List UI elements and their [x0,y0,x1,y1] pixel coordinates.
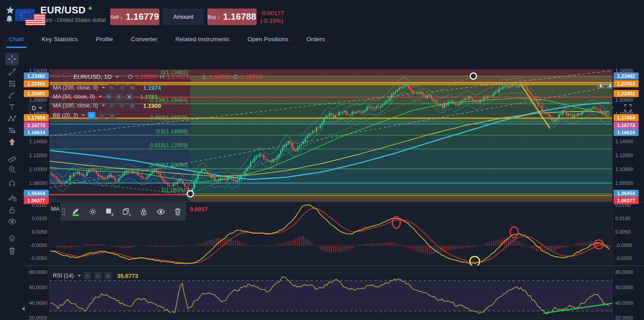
ma-legend-label[interactable]: MA (100, close, 0) [53,102,98,109]
pane-separator[interactable] [25,265,644,266]
gear-icon[interactable] [118,102,126,109]
rsi-legend: RSI (14) 35.6773 [53,272,138,279]
gear-icon[interactable] [115,93,123,100]
drawing-mode-lock-tool[interactable] [4,192,20,203]
axis-tick: 0.0100 [32,216,47,221]
price-badge: 1.22401 [24,90,49,97]
eye-icon[interactable] [88,112,95,119]
axis-tick: 1.12000 [615,153,633,158]
symbol-title: EUR/USD [40,4,86,16]
close-icon[interactable] [129,84,136,91]
legend-symbol[interactable]: EUR/USD, 1D [73,73,112,80]
symbol-subtitle: Euro - United States dollar [40,17,106,23]
market-open-dot [89,7,92,10]
axis-tick: 0.0050 [615,229,631,235]
price-badge: 1.06454 [614,190,639,197]
lock-all-tool[interactable] [4,204,20,216]
brush-tool[interactable] [4,90,20,101]
axis-tick: 0.0050 [32,229,47,235]
close-icon[interactable] [108,112,116,119]
ma-legend-label[interactable]: MA (200, close, 0) [53,85,98,91]
magnet-tool[interactable] [4,178,20,190]
gear-icon[interactable] [118,84,126,91]
high-label: H [160,73,164,80]
price-badge: 1.23482 [24,73,49,80]
zoom-in-tool[interactable] [4,164,20,175]
object-tree-tool[interactable] [4,233,20,244]
eye-icon[interactable] [108,102,116,109]
tab-orders[interactable]: Orders [304,31,327,47]
delete-button[interactable] [169,203,186,221]
fib-retracement-tool[interactable] [4,78,20,90]
rsi-gear-icon[interactable] [94,272,102,279]
settings-button[interactable] [84,203,101,221]
macd-value: 0.0017 [190,206,208,213]
forecast-tool[interactable] [4,124,20,136]
macd-legend-label[interactable]: MA [51,206,60,212]
amount-button[interactable]: Amount [163,9,204,25]
axis-tick: -0.0000 [615,243,632,248]
xabcd-pattern-tool[interactable] [4,113,20,124]
tab-profile[interactable]: Profile [93,31,116,47]
ma-legend-row: MA (100, close, 0)1.1900 [53,102,161,109]
chart-toolbar: D Compare Indicators Mid Rate [0,48,644,69]
tab-key-statistics[interactable]: Key Statistics [39,31,81,47]
price-badge: 1.06377 [614,197,639,204]
alert-scroll-down-button[interactable] [597,82,605,89]
close-label: C [233,73,238,80]
price-axis-right[interactable]: 1.240001.200001.180001.140001.120001.100… [613,69,644,320]
pane-separator[interactable] [25,202,644,202]
price-badge: 1.16773 [614,122,639,129]
visibility-button[interactable] [152,203,169,221]
arrow-marker-tool[interactable] [4,136,20,148]
price-axis-left[interactable]: 1.240001.200001.180001.140001.120001.100… [25,69,49,320]
axis-tick: 1.10000 [29,166,47,172]
axis-tick: 20.0000 [29,315,47,320]
bb-legend-label[interactable]: BB (20, 2) [53,112,78,119]
bb-legend-row: BB (20, 2) [53,112,116,119]
sell-button[interactable]: Sell ↓ 1.16779 [110,9,159,25]
clone-button[interactable] [118,203,135,221]
text-tool[interactable] [4,101,20,113]
tab-related-instruments[interactable]: Related Instruments [173,31,232,47]
measure-ruler-tool[interactable] [4,152,20,164]
alert-bell-icon[interactable] [5,15,14,26]
hide-all-tool[interactable] [4,216,20,227]
alert-scroll-down-button[interactable] [606,82,614,89]
crosshair-tool[interactable] [5,53,19,65]
macd-value-wrap: 0.0017 [190,206,208,213]
toolbar-drag-handle[interactable] [60,203,67,221]
eye-icon[interactable] [108,84,116,91]
rsi-close-icon[interactable] [104,272,112,279]
gear-icon[interactable] [98,112,106,119]
price-badge: 1.23482 [614,73,639,80]
rsi-eye-icon[interactable] [84,272,91,279]
axis-tick: 1.14000 [615,139,633,144]
close-icon[interactable] [125,93,133,100]
tab-open-positions[interactable]: Open Positions [245,31,291,47]
rsi-legend-label[interactable]: RSI (14) [53,273,74,279]
ma-legend-row: MA (50, close, 0)1.1781 [53,93,158,100]
buy-button[interactable]: Buy ↓ 1.16788 [207,9,257,25]
price-badge: 1.17454 [614,114,639,121]
ma-legend-label[interactable]: MA (50, close, 0) [53,94,95,100]
legend-minimize-icon[interactable] [63,73,71,81]
rsi-value: 35.6773 [117,273,138,279]
layer-order-button[interactable] [101,203,118,221]
open-value: 1.16950 [135,73,157,80]
legend-collapse-icon[interactable] [53,73,60,81]
remove-drawings-tool[interactable] [4,245,20,257]
close-icon[interactable] [129,102,136,109]
lock-button[interactable] [135,203,152,221]
svg-text:0.618(1.12959): 0.618(1.12959) [150,142,188,149]
axis-tick: 1.08000 [615,180,633,186]
buy-price: 1.16788 [223,12,256,22]
tab-converter[interactable]: Converter [128,31,160,47]
drawing-float-toolbar [60,203,186,221]
eye-icon[interactable] [105,93,112,100]
color-pencil-button[interactable] [67,203,84,221]
low-label: L [203,73,206,80]
trend-line-tool[interactable] [4,66,20,78]
price-badge: 1.22453 [24,80,49,87]
tab-chart[interactable]: Chart [6,31,26,47]
